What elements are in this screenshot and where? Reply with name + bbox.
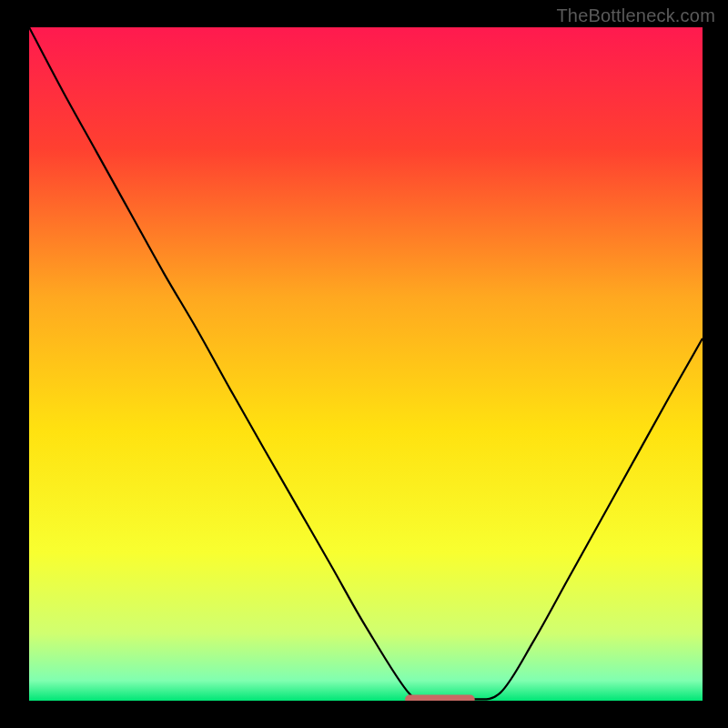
attribution-text: TheBottleneck.com [556,5,715,26]
chart-svg [29,27,703,701]
chart-area [29,27,703,701]
gradient-background [29,27,703,701]
